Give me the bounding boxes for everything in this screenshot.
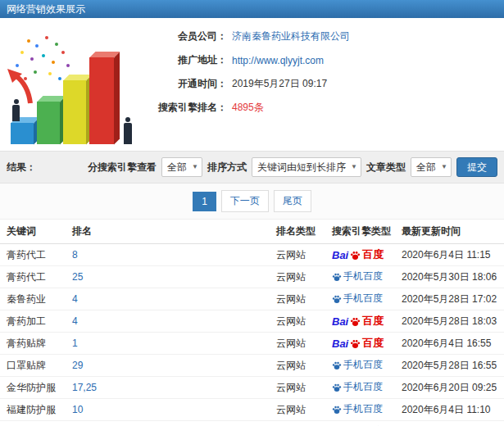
keyword-rank-table: 关键词 排名 排名类型 搜索引擎类型 最新更新时间 膏药代工 8 云网站 Bai… (0, 220, 504, 426)
filter-bar: 结果： 分搜索引擎查看 全部 排序方式 关键词由短到长排序 文章类型 全部 提交 (0, 151, 504, 184)
article-type-label: 文章类型 (366, 161, 406, 174)
baidu-paw-icon (350, 338, 361, 349)
rank-link[interactable]: 1 (72, 338, 78, 349)
site-row: 推广地址： http://www.qlyyjt.com (152, 53, 504, 67)
rank-type-cell: 云网站 (270, 337, 325, 351)
rank-type-cell: 云网站 (270, 381, 325, 395)
person-silhouette-right (124, 123, 132, 144)
rank-link[interactable]: 17,25 (72, 382, 97, 393)
rank-type-cell: 云网站 (270, 292, 325, 306)
keyword-cell: 福建防护服 (0, 403, 66, 417)
table-row: 膏药贴牌 1 云网站 Bai百度 2020年6月4日 16:55 (0, 333, 504, 355)
header-engine: 搜索引擎类型 (325, 224, 395, 238)
keyword-cell: 膏药加工 (0, 315, 66, 329)
chart-bar-blue (11, 123, 34, 144)
updated-cell: 2020年6月20日 09:25 (395, 381, 504, 395)
confetti-dots-decoration (27, 39, 30, 43)
rank-type-cell: 云网站 (270, 403, 325, 417)
keyword-cell: 膏药代工 (0, 270, 66, 284)
engine-filter-label: 分搜索引擎查看 (88, 161, 157, 174)
chart-bar-yellow (63, 80, 86, 144)
rank-type-cell: 云网站 (270, 270, 325, 284)
mobile-baidu-badge: 手机百度 (332, 380, 383, 394)
updated-cell: 2020年6月4日 11:10 (395, 403, 504, 417)
header-updated: 最新更新时间 (395, 224, 504, 238)
header-rank-type: 排名类型 (270, 224, 325, 238)
mobile-baidu-icon (332, 272, 342, 282)
sort-filter-select[interactable]: 关键词由短到长排序 (252, 157, 361, 177)
mobile-baidu-badge: 手机百度 (332, 402, 383, 416)
table-row: 秦鲁药业 4 云网站 手机百度 2020年5月28日 17:02 (0, 288, 504, 310)
rank-link[interactable]: 25 (72, 271, 83, 283)
updated-cell: 2020年6月4日 11:15 (395, 248, 504, 262)
filter-controls: 分搜索引擎查看 全部 排序方式 关键词由短到长排序 文章类型 全部 提交 (88, 157, 497, 177)
engine-rank-row: 搜索引擎排名： 4895条 (152, 101, 504, 115)
rank-type-cell: 云网站 (270, 248, 325, 262)
site-label: 推广地址： (152, 53, 227, 67)
rank-link[interactable]: 8 (72, 249, 78, 261)
keyword-cell: 膏药贴牌 (0, 337, 66, 351)
sort-filter-label: 排序方式 (207, 161, 247, 174)
keyword-cell: 秦鲁药业 (0, 292, 66, 306)
updated-cell: 2020年6月4日 16:55 (395, 337, 504, 351)
keyword-cell: 膏药代工 (0, 248, 66, 262)
updated-cell: 2020年5月30日 18:06 (395, 270, 504, 284)
engine-rank-label: 搜索引擎排名： (152, 101, 227, 115)
page-1-button[interactable]: 1 (193, 192, 216, 211)
baidu-logo: Bai百度 (332, 336, 384, 351)
keyword-cell: 口罩贴牌 (0, 359, 66, 373)
mobile-baidu-icon (332, 383, 342, 392)
rank-type-cell: 云网站 (270, 359, 325, 373)
rising-arrow-icon (6, 67, 35, 105)
rank-link[interactable]: 10 (72, 404, 83, 415)
rank-type-cell: 云网站 (270, 315, 325, 329)
mobile-baidu-badge: 手机百度 (332, 292, 383, 306)
company-label: 会员公司： (152, 29, 227, 43)
baidu-paw-icon (350, 316, 361, 327)
header-rank: 排名 (66, 224, 270, 238)
engine-filter-select[interactable]: 全部 (161, 157, 202, 177)
updated-cell: 2020年5月28日 17:02 (395, 292, 504, 306)
company-link[interactable]: 济南秦鲁药业科技有限公司 (232, 29, 350, 43)
rank-link[interactable]: 4 (72, 293, 78, 305)
person-silhouette-left (12, 105, 20, 121)
updated-cell: 2020年5月28日 18:03 (395, 315, 504, 329)
table-row: 膏药代工 8 云网站 Bai百度 2020年6月4日 11:15 (0, 244, 504, 266)
table-row: 手机百度 (0, 421, 504, 426)
mobile-baidu-badge: 手机百度 (332, 358, 383, 372)
result-label: 结果： (7, 161, 36, 174)
mobile-baidu-icon (332, 360, 342, 370)
table-row: 金华防护服 17,25 云网站 手机百度 2020年6月20日 09:25 (0, 377, 504, 399)
member-info-list: 会员公司： 济南秦鲁药业科技有限公司 推广地址： http://www.qlyy… (152, 18, 504, 115)
baidu-logo: Bai百度 (332, 247, 384, 262)
article-type-select[interactable]: 全部 (411, 157, 452, 177)
open-time-row: 开通时间： 2019年5月27日 09:17 (152, 77, 504, 91)
chart-bar-green (37, 102, 60, 144)
table-header-row: 关键词 排名 排名类型 搜索引擎类型 最新更新时间 (0, 220, 504, 244)
chart-bar-red (89, 57, 114, 144)
window-titlebar: 网络营销效果展示 (0, 0, 504, 18)
table-row: 膏药加工 4 云网站 Bai百度 2020年5月28日 18:03 (0, 310, 504, 333)
open-time-label: 开通时间： (152, 77, 227, 91)
site-link[interactable]: http://www.qlyyjt.com (232, 55, 324, 66)
table-row: 福建防护服 10 云网站 手机百度 2020年6月4日 11:10 (0, 399, 504, 421)
baidu-paw-icon (350, 250, 361, 261)
table-row: 口罩贴牌 29 云网站 手机百度 2020年5月28日 16:55 (0, 355, 504, 377)
growth-chart-illustration (4, 25, 145, 147)
updated-cell: 2020年5月28日 16:55 (395, 359, 504, 373)
mobile-baidu-icon (332, 294, 342, 304)
rank-link[interactable]: 29 (72, 360, 83, 371)
next-page-button[interactable]: 下一页 (221, 190, 269, 212)
mobile-baidu-icon (332, 405, 342, 415)
submit-button[interactable]: 提交 (456, 157, 497, 177)
table-row: 膏药代工 25 云网站 手机百度 2020年5月30日 18:06 (0, 266, 504, 288)
last-page-button[interactable]: 尾页 (274, 190, 311, 212)
company-row: 会员公司： 济南秦鲁药业科技有限公司 (152, 29, 504, 43)
keyword-cell: 金华防护服 (0, 381, 66, 395)
header-keyword: 关键词 (0, 224, 66, 238)
baidu-logo: Bai百度 (332, 314, 384, 329)
member-info-section: 会员公司： 济南秦鲁药业科技有限公司 推广地址： http://www.qlyy… (0, 18, 504, 151)
open-time-value: 2019年5月27日 09:17 (232, 77, 327, 91)
pagination: 1 下一页 尾页 (0, 184, 504, 220)
rank-link[interactable]: 4 (72, 315, 78, 327)
